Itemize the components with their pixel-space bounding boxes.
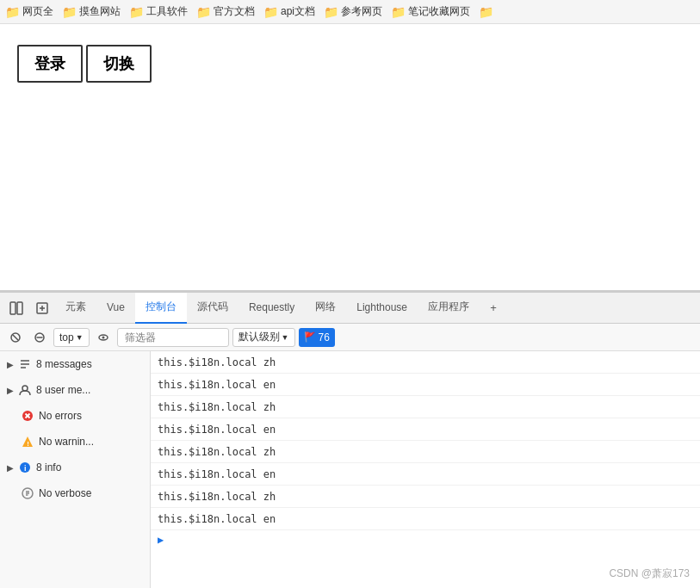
verbose-icon	[21, 486, 34, 500]
verbose-label: No verbose	[39, 487, 143, 499]
sidebar-item-warnings[interactable]: ! No warnin...	[14, 429, 150, 455]
chevron-right-icon: ▶	[7, 463, 14, 473]
bookmark-网页全[interactable]: 📁 网页全	[5, 4, 53, 19]
tab-网络[interactable]: 网络	[305, 293, 346, 324]
bookmark-摸鱼网站[interactable]: 📁 摸鱼网站	[62, 4, 121, 19]
login-button[interactable]: 登录	[17, 45, 83, 83]
tab-应用程序[interactable]: 应用程序	[418, 293, 480, 324]
bookmark-api文档[interactable]: 📁 api文档	[263, 4, 315, 19]
devtools-toolbar: top ▼ 默认级别 ▼ 🚩 76	[0, 324, 700, 351]
context-selector[interactable]: top ▼	[53, 328, 90, 347]
bookmark-工具软件[interactable]: 📁 工具软件	[129, 4, 188, 19]
log-row: this.$i18n.local en	[151, 418, 700, 441]
log-row: this.$i18n.local zh	[151, 441, 700, 463]
errors-label: No errors	[39, 410, 143, 422]
chevron-down-icon: ▼	[76, 333, 84, 342]
log-expand-arrow[interactable]: ▶	[151, 530, 700, 549]
tab-requestly[interactable]: Requestly	[238, 293, 305, 324]
folder-icon: 📁	[391, 5, 406, 19]
svg-point-10	[102, 336, 104, 338]
bookmark-extra[interactable]: 📁	[479, 5, 493, 19]
error-icon	[21, 409, 34, 423]
devtools-dock-icon[interactable]	[4, 296, 28, 320]
devtools-sidebar: ▶ 8 messages ▶ 8 user me... No errors	[0, 351, 151, 588]
switch-button[interactable]: 切换	[86, 45, 152, 83]
devtools-inspect-icon[interactable]	[30, 296, 54, 320]
folder-icon: 📁	[129, 5, 144, 19]
bookmark-参考网页[interactable]: 📁 参考网页	[324, 4, 382, 19]
tab-lighthouse[interactable]: Lighthouse	[346, 293, 418, 324]
log-row: this.$i18n.local en	[151, 374, 700, 396]
info-label: 8 info	[36, 461, 143, 473]
list-icon	[18, 357, 32, 371]
svg-text:i: i	[24, 464, 27, 473]
bookmark-bar: 📁 网页全 📁 摸鱼网站 📁 工具软件 📁 官方文档 📁 api文档 📁 参考网…	[0, 0, 700, 24]
folder-icon: 📁	[196, 5, 211, 19]
log-row: this.$i18n.local en	[151, 508, 700, 530]
svg-rect-1	[17, 302, 22, 314]
chevron-right-icon: ▶	[7, 386, 14, 395]
log-row: this.$i18n.local en	[151, 463, 700, 486]
log-level-selector[interactable]: 默认级别 ▼	[232, 328, 295, 347]
watermark: CSDN @萧寂173	[609, 566, 690, 581]
flag-icon: 🚩	[304, 331, 316, 343]
devtools-log-area: this.$i18n.local zh this.$i18n.local en …	[151, 351, 700, 588]
warning-icon: !	[21, 435, 34, 449]
svg-text:!: !	[27, 440, 29, 448]
bookmark-官方文档[interactable]: 📁 官方文档	[196, 4, 255, 19]
messages-label: 8 messages	[36, 358, 143, 370]
info-icon: i	[18, 461, 32, 474]
sidebar-item-verbose[interactable]: No verbose	[14, 480, 150, 506]
tab-vue[interactable]: Vue	[96, 293, 135, 324]
log-row: this.$i18n.local zh	[151, 396, 700, 418]
eye-icon[interactable]	[93, 327, 114, 348]
tab-控制台[interactable]: 控制台	[135, 293, 187, 324]
button-group: 登录 切换	[17, 45, 683, 83]
chevron-right-icon: ▶	[7, 360, 14, 369]
tab-元素[interactable]: 元素	[55, 293, 96, 324]
sidebar-item-messages[interactable]: ▶ 8 messages	[0, 351, 150, 377]
clear-log-button[interactable]	[5, 327, 26, 348]
folder-icon: 📁	[324, 5, 338, 19]
folder-icon: 📁	[263, 5, 278, 19]
tab-源代码[interactable]: 源代码	[187, 293, 238, 324]
block-button[interactable]	[29, 327, 50, 348]
devtools-tab-bar: 元素 Vue 控制台 源代码 Requestly 网络 Lighthouse 应…	[0, 293, 700, 324]
user-icon	[18, 383, 32, 397]
folder-icon: 📁	[5, 5, 20, 19]
error-badge[interactable]: 🚩 76	[299, 328, 335, 347]
svg-line-6	[13, 335, 18, 340]
devtools-panel: 元素 Vue 控制台 源代码 Requestly 网络 Lighthouse 应…	[0, 291, 700, 588]
log-row: this.$i18n.local zh	[151, 351, 700, 374]
warnings-label: No warnin...	[39, 436, 143, 448]
main-content-area: 登录 切换	[0, 24, 700, 291]
bookmark-笔记收藏网页[interactable]: 📁 笔记收藏网页	[391, 4, 470, 19]
chevron-down-icon: ▼	[282, 333, 289, 342]
devtools-body: ▶ 8 messages ▶ 8 user me... No errors	[0, 351, 700, 588]
svg-rect-0	[10, 302, 15, 314]
sidebar-item-info[interactable]: ▶ i 8 info	[0, 455, 150, 480]
user-messages-label: 8 user me...	[36, 384, 143, 396]
sidebar-item-errors[interactable]: No errors	[14, 403, 150, 429]
tab-add-button[interactable]: +	[483, 298, 504, 319]
svg-point-14	[22, 386, 28, 391]
sidebar-item-user-messages[interactable]: ▶ 8 user me...	[0, 377, 150, 403]
filter-input[interactable]	[117, 328, 229, 347]
log-row: this.$i18n.local zh	[151, 486, 700, 508]
folder-icon: 📁	[479, 5, 493, 19]
folder-icon: 📁	[62, 5, 77, 19]
